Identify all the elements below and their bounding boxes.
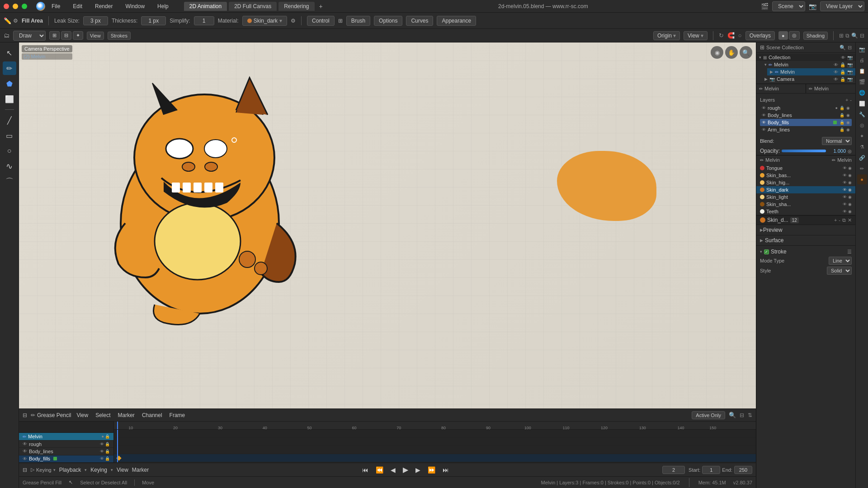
viewport[interactable]: Camera Perspective (2) Melvin ◉ ✋ 🔍 [19,42,756,408]
melvin-lock[interactable]: 🔒 [840,62,845,67]
layer-bodyfills-render[interactable]: ◉ [846,120,850,125]
gizmo-icon[interactable]: ↻ [719,32,724,39]
mode-type-selector[interactable]: Line [829,257,852,265]
next-frame-button[interactable]: ▶ [414,465,422,474]
layer-rough-lock[interactable]: 🔒 [840,106,844,110]
origin-selector[interactable]: Origin ▾ [653,31,680,40]
active-mat-x[interactable]: ✕ [848,217,852,223]
add-workspace-button[interactable]: + [316,2,326,11]
play-button[interactable]: ▶ [401,465,410,475]
mat-skinhigh-render[interactable]: ◉ [848,180,852,185]
material-props-icon[interactable]: ● [857,174,867,184]
appearance-button[interactable]: Appearance [437,16,476,26]
mode-selector[interactable]: Draw Edit Sculpt [13,31,46,41]
stroke-checkbox[interactable]: ✓ [764,249,769,254]
blend-mode-selector[interactable]: Normal [822,137,852,145]
menu-file[interactable]: File [49,2,63,10]
mat-teeth-eye[interactable]: 👁 [843,209,847,214]
editor-type-icon[interactable]: ⊞ [839,33,844,39]
sc-render[interactable]: 📷 [847,55,853,60]
mat-tongue-render[interactable]: ◉ [848,166,852,170]
view-layer-props-icon[interactable]: 📋 [857,66,867,76]
active-mat-add[interactable]: + [834,217,837,223]
layer-bodylines-lock[interactable]: 🔒 [840,113,844,117]
close-button[interactable] [4,4,9,9]
layer-rough-render[interactable]: ◉ [846,106,850,110]
outliner-melvin[interactable]: ▾ ✏ Melvin 👁 🔒 📷 [762,61,855,68]
melvin-eye[interactable]: 👁 [834,62,838,67]
onion-icon[interactable]: ⊟ [61,31,71,40]
track-bodylines-eye[interactable]: 👁 [100,449,104,454]
timeline-channel-menu[interactable]: Channel [140,411,164,419]
remove-layer-icon[interactable]: - [850,97,852,103]
start-frame-input[interactable] [702,466,720,474]
outliner-search-icon[interactable]: 🔍 [840,45,846,51]
layer-bodyfills[interactable]: 👁 Body_fills 🔒 ◉ [760,119,852,126]
particles-props-icon[interactable]: ✦ [857,131,867,141]
outliner-scene-collection[interactable]: ▾ ⊞ Collection 👁 📷 [756,54,855,61]
mat-skinsha[interactable]: Skin_sha... 👁 ◉ [756,201,855,208]
shader-props-icon[interactable]: ◎ [857,120,867,130]
simplify-input[interactable] [194,16,214,25]
tab-2d-full-canvas[interactable]: 2D Full Canvas [229,2,277,11]
mat-skinlight[interactable]: Skin_light 👁 ◉ [756,193,855,201]
workspace-tabs[interactable]: 2D Animation 2D Full Canvas Rendering + [184,2,326,11]
timeline-sort[interactable]: ⇅ [748,412,752,418]
curve-tool[interactable]: ∿ [3,160,16,173]
track-rough-eye[interactable]: 👁 [100,442,104,446]
track-bodyfills[interactable]: 👁 Body_fills 👁 🔒 [19,455,113,463]
mat-skindark[interactable]: Skin_dark 👁 ◉ [756,186,855,193]
layer-rough[interactable]: 👁 rough ● 🔒 ◉ [760,104,852,112]
mat-skinsha-eye[interactable]: 👁 [843,202,847,206]
mat-teeth-render[interactable]: ◉ [848,209,852,214]
keyframe-marker-2[interactable] [116,455,121,460]
track-bodylines-lock[interactable]: 🔒 [105,449,110,454]
timeline-filter[interactable]: ⊟ [740,412,744,418]
prev-keyframe-button[interactable]: ⏪ [374,465,385,474]
stroke-list-icon[interactable]: ☰ [847,249,852,255]
timeline-view-menu[interactable]: View [75,411,90,419]
melvin-render[interactable]: 📷 [847,62,853,67]
view-layer-selector[interactable]: View Layer [820,1,864,11]
active-mat-remove[interactable]: - [839,217,840,223]
track-bodyfills-eye[interactable]: 👁 [100,456,104,461]
mat-skindark-eye[interactable]: 👁 [843,188,847,192]
rect-tool[interactable]: ▭ [3,129,16,142]
material-options-icon[interactable]: ⚙ [291,18,296,24]
proportional-icon[interactable]: ○ [738,32,742,39]
snap-icon[interactable]: 🧲 [727,32,735,39]
mat-skinbase[interactable]: Skin_bas... 👁 ◉ [756,172,855,179]
style-selector[interactable]: Solid [827,267,852,275]
mat-skinhigh[interactable]: Skin_hig... 👁 ◉ [756,179,855,186]
tab-rendering[interactable]: Rendering [278,2,314,11]
layer-armlines[interactable]: 👁 Arm_lines 🔒 ◉ [760,126,852,133]
track-bodyfills-vis[interactable]: 👁 [23,456,27,461]
track-bodyfills-lock[interactable]: 🔒 [105,456,110,461]
next-keyframe-button[interactable]: ⏩ [426,465,437,474]
track-rough-lock[interactable]: 🔒 [105,442,110,446]
surface-header[interactable]: ▶ Surface [760,237,852,244]
zoom-control[interactable]: 🔍 [740,46,752,59]
track-lock-icon[interactable]: 🔒 [105,434,110,439]
view-selector[interactable]: View ▾ [684,31,708,40]
line-tool[interactable]: ╱ [3,113,16,127]
object-props-icon[interactable]: ⬜ [857,99,867,108]
draw-tool[interactable]: ✏ [3,61,16,75]
outliner-filter-icon[interactable]: ⊟ [848,45,852,51]
keying-menu[interactable]: Keying [90,467,107,473]
stroke-header[interactable]: ▾ ✓ Stroke ☰ [760,248,852,256]
keyframe-row-melvin[interactable] [114,430,756,438]
track-bodylines-vis[interactable]: 👁 [23,449,27,454]
mat-tongue-eye[interactable]: 👁 [843,166,847,170]
outliner-melvin-gp[interactable]: ▶ ✏ Melvin 👁 🔒 📷 [767,68,855,75]
grid-icon[interactable]: ✦ [73,31,83,40]
active-only-button[interactable]: Active Only [692,411,725,419]
mat-skinsha-render[interactable]: ◉ [848,202,852,206]
timeline-search[interactable]: 🔍 [729,412,736,418]
timeline-frame-menu[interactable]: Frame [168,411,187,419]
control-button[interactable]: Control [307,16,335,26]
keyframe-row-bodylines[interactable] [114,446,756,454]
add-layer-icon[interactable]: + [845,97,848,103]
prev-frame-button[interactable]: ◀ [389,465,397,474]
jump-start-button[interactable]: ⏮ [360,465,370,474]
